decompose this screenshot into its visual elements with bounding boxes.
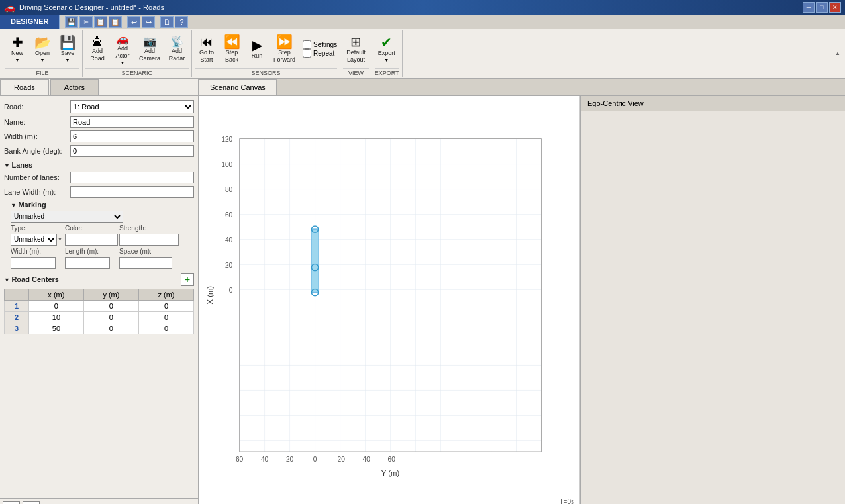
maximize-button[interactable]: □	[816, 2, 828, 13]
marking-type-select[interactable]: Unmarked	[11, 234, 57, 246]
svg-text:20: 20	[225, 261, 233, 268]
cell-z[interactable]: 0	[138, 300, 193, 311]
table-row[interactable]: 1 0 0 0	[5, 300, 194, 311]
marking-space-input[interactable]	[119, 257, 172, 269]
num-lanes-input[interactable]	[70, 172, 194, 183]
marking-header[interactable]: Marking	[11, 201, 194, 209]
export-buttons: ✔ Export ▼	[375, 30, 399, 68]
table-row[interactable]: 3 50 0 0	[5, 323, 194, 334]
open-button[interactable]: 📂 Open ▼	[30, 34, 54, 64]
actors-tab[interactable]: Actors	[50, 79, 99, 95]
lane-width-input[interactable]	[70, 186, 194, 198]
redo-button[interactable]: ↪	[142, 16, 155, 28]
app-icon: 🚗	[4, 2, 15, 13]
road-centers-section: Road Centers +	[4, 273, 194, 286]
cell-z[interactable]: 0	[138, 323, 193, 334]
default-layout-icon: ⊞	[350, 35, 362, 48]
marking-type-arrow: ▼	[58, 237, 62, 242]
view-buttons: ⊞ DefaultLayout	[343, 30, 369, 68]
cell-z[interactable]: 0	[138, 311, 193, 323]
col-x: x (m)	[28, 289, 83, 300]
go-to-start-button[interactable]: ⏮ Go toStart	[195, 33, 219, 66]
road-centers-title[interactable]: Road Centers	[4, 276, 59, 283]
right-area: Scenario Canvas	[199, 79, 845, 504]
delete-button[interactable]: 🗑	[3, 501, 20, 504]
cell-x[interactable]: 50	[28, 323, 83, 334]
marking-row2	[11, 257, 194, 269]
marking-select-row: Unmarked	[11, 211, 194, 223]
ribbon-scroll: ▲	[833, 30, 842, 77]
ribbon-collapse-btn[interactable]: ▲	[834, 30, 841, 77]
copy-button[interactable]: 🗋	[160, 16, 174, 28]
settings-checkbox[interactable]	[303, 40, 311, 49]
quick-btn3[interactable]: 📋	[94, 16, 107, 28]
title-area: 🚗 Driving Scenario Designer - untitled* …	[4, 2, 803, 13]
scenario-canvas[interactable]: 120 100 80 60 40 20 0 60 40 20 0 -20 -40…	[199, 96, 580, 504]
cell-x[interactable]: 10	[28, 311, 83, 323]
canvas-tabs: Scenario Canvas	[199, 79, 845, 96]
new-button[interactable]: ✚ New ▼	[5, 34, 29, 64]
help-button[interactable]: ?	[175, 16, 188, 28]
marking-length-label: Length (m):	[65, 248, 118, 255]
ego-centric-header: Ego-Centric View	[581, 96, 845, 111]
add-road-button[interactable]: 🛣 AddRoad	[85, 34, 109, 64]
marking-length-input[interactable]	[65, 257, 110, 269]
open-icon: 📂	[34, 36, 51, 49]
undo-button[interactable]: ↩	[127, 16, 140, 28]
ego-centric-panel: Ego-Centric View	[580, 96, 845, 504]
add-camera-icon: 📷	[143, 36, 156, 47]
step-back-button[interactable]: ⏪ StepBack	[220, 33, 244, 66]
road-select[interactable]: 1: Road	[70, 100, 194, 113]
marking-strength-input[interactable]	[119, 234, 179, 246]
scenario-canvas-tab[interactable]: Scenario Canvas	[199, 79, 277, 95]
settings-checkbox-label[interactable]: Settings	[303, 40, 337, 49]
file-group-label: FILE	[5, 68, 79, 77]
roads-tab[interactable]: Roads	[0, 79, 49, 95]
simulate-checkboxes: Settings Repeat	[303, 40, 337, 58]
cell-y[interactable]: 0	[83, 311, 138, 323]
repeat-checkbox-label[interactable]: Repeat	[303, 49, 337, 58]
quick-btn2[interactable]: ✂	[79, 16, 93, 28]
add-actor-button[interactable]: 🚗 AddActor ▼	[111, 32, 134, 67]
cell-y[interactable]: 0	[83, 300, 138, 311]
designer-tab[interactable]: DESIGNER	[0, 15, 60, 29]
cell-y[interactable]: 0	[83, 323, 138, 334]
panel-body: Road: 1: Road Name: Width (m): Bank Angl…	[0, 96, 198, 498]
width-input[interactable]	[70, 130, 194, 142]
minimize-button[interactable]: ─	[803, 2, 815, 13]
repeat-checkbox[interactable]	[303, 49, 311, 58]
col-num	[5, 289, 29, 300]
add-center-button[interactable]: +	[181, 273, 194, 286]
ribbon-content: ✚ New ▼ 📂 Open ▼ 💾 Save ▼ FILE	[0, 29, 845, 79]
add-camera-button[interactable]: 📷 AddCamera	[136, 34, 164, 64]
marking-select[interactable]: Unmarked	[11, 211, 123, 223]
road-label: Road:	[4, 103, 70, 111]
marking-width-input[interactable]	[11, 257, 56, 269]
default-layout-button[interactable]: ⊞ DefaultLayout	[343, 33, 369, 66]
add-radar-button[interactable]: 📡 AddRadar	[165, 34, 189, 64]
save-button[interactable]: 💾 Save ▼	[56, 34, 79, 64]
cell-x[interactable]: 0	[28, 300, 83, 311]
table-row[interactable]: 2 10 0 0	[5, 311, 194, 323]
quick-btn4[interactable]: 📋	[109, 16, 122, 28]
scenario-group: 🛣 AddRoad 🚗 AddActor ▼ 📷 AddCamera 📡 Add…	[83, 30, 192, 77]
num-lanes-row: Number of lanes:	[4, 172, 194, 183]
export-arrow: ▼	[384, 58, 389, 62]
camera-snapshot-button[interactable]: 📷	[23, 501, 40, 504]
view-group: ⊞ DefaultLayout VIEW	[340, 30, 372, 77]
step-forward-button[interactable]: ⏩ StepForward	[270, 33, 299, 66]
save-icon: 💾	[60, 36, 76, 49]
bank-input[interactable]	[70, 145, 194, 157]
simulate-group: ⏮ Go toStart ⏪ StepBack ▶ Run ⏩ StepForw…	[192, 30, 340, 77]
run-button[interactable]: ▶ Run	[245, 36, 269, 62]
save-arrow: ▼	[66, 58, 70, 62]
save-label: Save	[61, 50, 75, 57]
quick-save-button[interactable]: 💾	[65, 16, 78, 28]
canvas-area: 120 100 80 60 40 20 0 60 40 20 0 -20 -40…	[199, 96, 845, 504]
marking-color-input[interactable]	[65, 234, 118, 246]
close-button[interactable]: ✕	[829, 2, 841, 13]
row-num: 2	[5, 311, 29, 323]
name-input[interactable]	[70, 116, 194, 128]
lanes-section-header[interactable]: Lanes	[4, 161, 194, 169]
export-button[interactable]: ✔ Export ▼	[375, 34, 399, 64]
